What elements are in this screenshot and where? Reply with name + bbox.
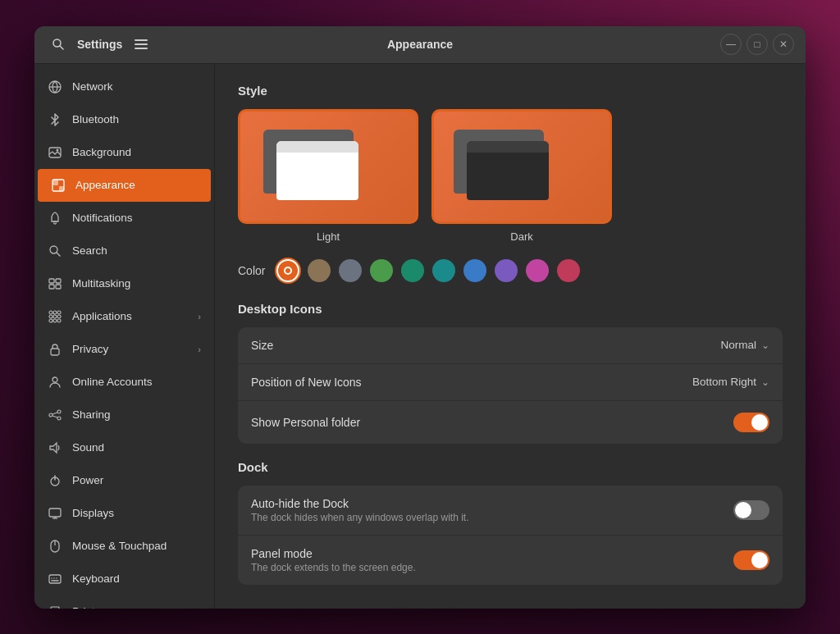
sidebar-item-background[interactable]: Background <box>34 136 214 169</box>
position-dropdown-arrow: ⌄ <box>761 376 769 388</box>
personal-folder-label: Show Personal folder <box>251 416 733 429</box>
panel-mode-knob <box>751 552 768 568</box>
sidebar-item-notifications[interactable]: Notifications <box>34 202 214 235</box>
minimize-button[interactable]: — <box>720 34 742 55</box>
network-icon <box>48 80 62 94</box>
sharing-icon <box>48 408 62 422</box>
sidebar-label-search: Search <box>72 244 107 257</box>
privacy-chevron: › <box>198 344 201 354</box>
multitasking-icon <box>48 276 62 291</box>
printers-icon <box>48 604 62 609</box>
dock-section-title: Dock <box>238 460 783 474</box>
settings-window: Settings Appearance — □ ✕ <box>34 26 806 609</box>
maximize-icon: □ <box>754 39 760 50</box>
sidebar-label-sound: Sound <box>72 441 104 454</box>
color-swatch-gray[interactable] <box>339 259 362 282</box>
hamburger-icon <box>135 39 148 41</box>
color-swatch-purple[interactable] <box>495 259 518 282</box>
displays-icon <box>48 506 62 521</box>
size-value: Normal <box>720 339 756 351</box>
sidebar-item-sharing[interactable]: Sharing <box>34 399 214 431</box>
sidebar-item-privacy[interactable]: Privacy › <box>34 333 214 366</box>
autohide-knob <box>735 502 751 518</box>
sidebar-label-network: Network <box>72 80 113 93</box>
privacy-icon <box>48 342 62 357</box>
svg-point-28 <box>57 417 61 420</box>
sidebar-item-appearance[interactable]: Appearance <box>38 169 211 202</box>
svg-point-23 <box>53 319 57 322</box>
color-swatch-blue[interactable] <box>463 259 486 282</box>
sidebar-label-notifications: Notifications <box>72 212 133 224</box>
style-option-dark[interactable]: Dark <box>431 109 612 243</box>
sidebar-label-sharing: Sharing <box>72 408 111 421</box>
svg-rect-40 <box>49 575 61 583</box>
sidebar-item-multitasking[interactable]: Multitasking <box>34 267 214 300</box>
sidebar-item-power[interactable]: Power <box>34 464 214 497</box>
personal-folder-row: Show Personal folder <box>238 401 783 444</box>
position-control[interactable]: Bottom Right ⌄ <box>692 376 769 388</box>
sidebar-item-sound[interactable]: Sound <box>34 431 214 464</box>
color-swatch-teal-dark[interactable] <box>401 259 424 282</box>
panel-mode-toggle[interactable] <box>733 550 769 570</box>
svg-rect-8 <box>59 186 64 191</box>
sidebar-item-displays[interactable]: Displays <box>34 497 214 530</box>
svg-point-21 <box>57 315 61 318</box>
sidebar-item-keyboard[interactable]: Keyboard <box>34 563 214 595</box>
sidebar-label-appearance: Appearance <box>75 179 135 191</box>
size-label: Size <box>251 339 720 352</box>
page-title: Appearance <box>387 38 453 51</box>
color-swatch-red[interactable] <box>557 259 580 282</box>
hamburger-icon <box>135 43 148 45</box>
menu-button[interactable] <box>129 32 153 57</box>
panel-mode-label-group: Panel mode The dock extends to the scree… <box>251 547 733 573</box>
color-swatch-pink[interactable] <box>526 259 549 282</box>
maximize-button[interactable]: □ <box>746 34 768 55</box>
sidebar-item-applications[interactable]: Applications › <box>34 300 214 333</box>
svg-point-18 <box>57 311 61 314</box>
desktop-icons-card: Size Normal ⌄ Position of New Icons Bott… <box>238 327 783 444</box>
dark-preview <box>434 112 609 221</box>
sidebar-label-displays: Displays <box>72 507 114 519</box>
svg-rect-15 <box>56 285 61 289</box>
notifications-icon <box>48 211 62 226</box>
svg-point-17 <box>53 311 57 314</box>
position-label: Position of New Icons <box>251 376 692 389</box>
light-label: Light <box>238 230 418 243</box>
sidebar-item-online-accounts[interactable]: Online Accounts <box>34 366 214 399</box>
color-swatch-warm-gray[interactable] <box>308 259 331 282</box>
color-swatch-orange[interactable] <box>276 259 299 282</box>
svg-point-22 <box>49 319 52 322</box>
sound-icon <box>48 440 62 455</box>
sidebar-item-network[interactable]: Network <box>34 71 214 103</box>
sidebar-item-bluetooth[interactable]: Bluetooth <box>34 103 214 136</box>
svg-line-11 <box>57 253 60 256</box>
position-value: Bottom Right <box>692 376 756 388</box>
svg-point-27 <box>57 410 61 413</box>
color-swatch-teal[interactable] <box>432 259 455 282</box>
sidebar-item-mouse-touchpad[interactable]: Mouse & Touchpad <box>34 530 214 563</box>
svg-rect-7 <box>52 180 58 185</box>
color-swatch-green[interactable] <box>370 259 393 282</box>
sidebar-item-search[interactable]: Search <box>34 235 214 267</box>
sidebar-item-printers[interactable]: Printers <box>34 595 214 609</box>
svg-rect-13 <box>56 279 61 283</box>
close-button[interactable]: ✕ <box>773 34 794 55</box>
personal-folder-toggle[interactable] <box>733 413 769 432</box>
background-icon <box>48 145 62 160</box>
sidebar-label-keyboard: Keyboard <box>72 572 120 585</box>
close-icon: ✕ <box>779 39 788 50</box>
sidebar-label-mouse: Mouse & Touchpad <box>72 540 167 552</box>
titlebar: Settings Appearance — □ ✕ <box>34 26 806 64</box>
sidebar: Network Bluetooth Background <box>34 64 215 609</box>
svg-rect-25 <box>51 349 59 355</box>
autohide-toggle[interactable] <box>733 500 769 520</box>
search-icon <box>52 38 65 51</box>
size-control[interactable]: Normal ⌄ <box>720 339 769 351</box>
dark-card[interactable] <box>431 109 612 224</box>
light-card[interactable] <box>238 109 418 224</box>
style-option-light[interactable]: Light <box>238 109 418 243</box>
autohide-row: Auto-hide the Dock The dock hides when a… <box>238 486 783 536</box>
main-content: Network Bluetooth Background <box>34 64 806 609</box>
search-button[interactable] <box>46 32 71 57</box>
autohide-sublabel: The dock hides when any windows overlap … <box>251 512 733 523</box>
